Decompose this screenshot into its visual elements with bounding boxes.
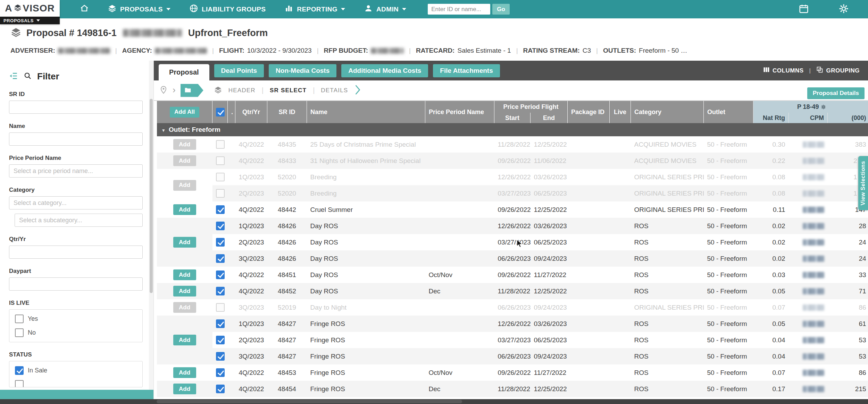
is-live-no-option[interactable]: No xyxy=(15,328,137,337)
col-name[interactable]: Name xyxy=(307,101,425,123)
logo-text-prefix: A xyxy=(5,3,12,14)
select-all-checkbox[interactable] xyxy=(216,108,225,117)
tab-deal-points[interactable]: Deal Points xyxy=(214,64,264,77)
checkbox-icon[interactable] xyxy=(15,366,24,375)
collapse-sidebar-icon[interactable] xyxy=(9,71,18,82)
daypart-input[interactable] xyxy=(9,277,143,291)
tab-proposal[interactable]: Proposal xyxy=(159,64,209,80)
subcategory-input[interactable] xyxy=(15,214,143,227)
collapse-group-icon[interactable]: ▾ xyxy=(162,128,165,133)
checkbox-icon[interactable] xyxy=(15,380,24,387)
tab-additional-media-costs[interactable]: Additional Media Costs xyxy=(341,64,428,77)
redacted-cpm-value xyxy=(803,207,824,213)
price-period-name-input[interactable] xyxy=(9,164,143,178)
add-row-button[interactable]: Add xyxy=(173,286,196,296)
col-outlet[interactable]: Outlet xyxy=(704,101,753,123)
row-checkbox[interactable] xyxy=(216,156,225,165)
checkbox-icon[interactable] xyxy=(15,315,24,323)
row-checkbox[interactable] xyxy=(216,238,225,247)
col-price-period-name[interactable]: Price Period Name xyxy=(425,101,494,123)
step-details[interactable]: DETAILS xyxy=(321,87,348,94)
add-row-button[interactable]: Add xyxy=(173,139,196,150)
search-input[interactable] xyxy=(428,4,490,15)
col-sr-id[interactable]: SR ID xyxy=(267,101,307,123)
logo-subtitle[interactable]: PROPOSALS xyxy=(0,17,60,24)
grouping-button[interactable]: GROUPING xyxy=(816,66,860,75)
row-checkbox[interactable] xyxy=(216,254,225,263)
scrollbar-thumb[interactable] xyxy=(157,400,462,403)
sidebar-footer-bar[interactable] xyxy=(0,390,153,399)
add-row-button[interactable]: Add xyxy=(173,269,196,280)
gear-icon[interactable] xyxy=(821,103,826,110)
view-selections-tab[interactable]: View Selections xyxy=(858,156,868,210)
status-clipped-option[interactable] xyxy=(15,380,137,387)
col-package-id[interactable]: Package ID xyxy=(568,101,610,123)
name-input[interactable] xyxy=(9,132,143,146)
add-row-button[interactable]: Add xyxy=(173,384,196,394)
row-checkbox[interactable] xyxy=(216,287,225,295)
add-row-button[interactable]: Add xyxy=(173,180,196,191)
app-logo[interactable]: A VISOR PROPOSALS xyxy=(0,0,60,24)
cell-category: ROS xyxy=(631,218,704,234)
folder-step[interactable] xyxy=(181,84,203,97)
row-checkbox[interactable] xyxy=(216,189,225,198)
step-sr-select[interactable]: SR SELECT xyxy=(270,87,307,94)
nav-item-proposals[interactable]: PROPOSALS xyxy=(108,4,170,15)
add-row-button[interactable]: Add xyxy=(173,302,196,313)
gear-icon[interactable] xyxy=(838,3,849,15)
col-category[interactable]: Category xyxy=(631,101,704,123)
col-cpm[interactable]: CPM xyxy=(789,113,828,123)
step-header[interactable]: HEADER xyxy=(228,87,256,94)
nav-item-reporting[interactable]: REPORTING xyxy=(284,4,345,15)
checkbox-icon[interactable] xyxy=(15,328,24,337)
col-start[interactable]: Start xyxy=(494,113,531,123)
columns-button[interactable]: COLUMNS xyxy=(763,66,803,75)
col-demo-p18-49[interactable]: P 18-49 xyxy=(753,101,868,113)
folder-icon xyxy=(184,86,192,95)
tab-non-media-costs[interactable]: Non-Media Costs xyxy=(269,64,336,77)
table-row: Add4Q/20224843331 Nights of Halloween Pr… xyxy=(157,153,868,169)
sidebar-scrollbar[interactable] xyxy=(149,61,153,390)
row-checkbox[interactable] xyxy=(216,205,225,214)
search-go-button[interactable]: Go xyxy=(492,4,510,15)
row-checkbox[interactable] xyxy=(216,222,225,230)
cell-live xyxy=(610,364,631,381)
add-row-button[interactable]: Add xyxy=(173,367,196,378)
col-nat-rtg[interactable]: Nat Rtg xyxy=(753,113,789,123)
nav-item-liability-groups[interactable]: LIABILITY GROUPS xyxy=(189,4,266,15)
nav-item-home[interactable] xyxy=(80,4,89,15)
proposal-details-button[interactable]: Proposal Details xyxy=(807,87,865,99)
category-input[interactable] xyxy=(9,196,143,209)
nav-items: PROPOSALS LIABILITY GROUPS REPORTING ADM… xyxy=(80,4,406,15)
status-in-sale-option[interactable]: In Sale xyxy=(15,366,137,375)
row-checkbox[interactable] xyxy=(216,319,225,328)
nav-item-admin[interactable]: ADMIN xyxy=(364,4,406,15)
col-000[interactable]: (000) xyxy=(828,113,868,123)
row-checkbox[interactable] xyxy=(216,140,225,149)
row-checkbox[interactable] xyxy=(216,270,225,279)
row-checkbox[interactable] xyxy=(216,173,225,181)
col-end[interactable]: End xyxy=(531,113,568,123)
row-checkbox[interactable] xyxy=(216,336,225,344)
cell-nat-rtg: 0.04 xyxy=(753,348,789,364)
cell-outlet: 50 - Freeform xyxy=(704,185,753,201)
calendar-icon[interactable] xyxy=(799,3,809,15)
is-live-yes-option[interactable]: Yes xyxy=(15,315,137,323)
horizontal-scrollbar[interactable] xyxy=(0,399,868,404)
add-all-button[interactable]: Add All xyxy=(170,107,199,118)
sr-id-input[interactable] xyxy=(9,101,143,114)
row-checkbox[interactable] xyxy=(216,352,225,361)
qtr-yr-input[interactable] xyxy=(9,246,143,259)
add-row-button[interactable]: Add xyxy=(173,204,196,215)
add-row-button[interactable]: Add xyxy=(173,335,196,345)
col-live[interactable]: Live xyxy=(610,101,631,123)
add-row-button[interactable]: Add xyxy=(173,155,196,166)
col-qtr-yr[interactable]: Qtr/Yr xyxy=(235,101,267,123)
tab-file-attachments[interactable]: File Attachments xyxy=(433,64,500,77)
row-checkbox[interactable] xyxy=(216,303,225,312)
row-checkbox[interactable] xyxy=(216,385,225,393)
col-price-period-flight[interactable]: Price Period Flight xyxy=(494,101,568,113)
row-checkbox[interactable] xyxy=(216,368,225,377)
add-row-button[interactable]: Add xyxy=(173,237,196,248)
scrollbar-thumb[interactable] xyxy=(150,99,153,293)
